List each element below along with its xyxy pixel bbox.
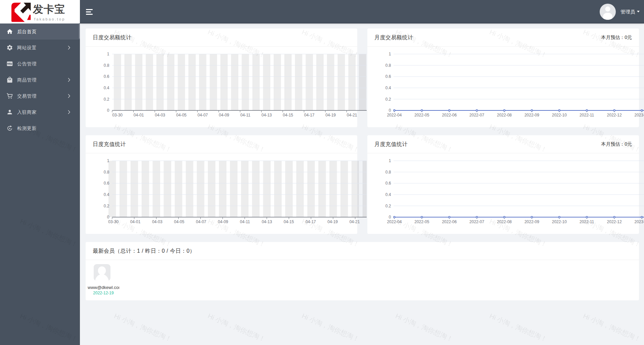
svg-text:04-05: 04-05 [174,219,184,224]
svg-text:2022-07: 2022-07 [469,113,484,117]
svg-text:0.2: 0.2 [385,204,391,208]
svg-text:0.6: 0.6 [385,74,391,79]
svg-text:03-30: 03-30 [108,219,119,224]
svg-text:1: 1 [389,52,391,56]
svg-text:04-21: 04-21 [350,219,360,224]
svg-text:04-09: 04-09 [219,113,229,117]
svg-text:0.4: 0.4 [385,192,391,197]
svg-text:0.8: 0.8 [385,63,391,68]
svg-text:0.4: 0.4 [385,86,391,90]
svg-text:0.6: 0.6 [104,74,109,79]
svg-text:04-13: 04-13 [262,113,272,117]
svg-text:04-09: 04-09 [218,219,228,224]
svg-text:04-11: 04-11 [240,219,250,224]
svg-text:04-17: 04-17 [304,113,315,117]
svg-text:2022-07: 2022-07 [469,219,484,224]
svg-text:2022-06: 2022-06 [442,219,457,224]
svg-text:04-15: 04-15 [284,219,294,224]
svg-text:04-03: 04-03 [152,219,163,224]
svg-text:0: 0 [389,108,391,113]
svg-text:2022-05: 2022-05 [414,113,429,117]
svg-text:04-15: 04-15 [283,113,293,117]
svg-text:04-03: 04-03 [155,113,165,117]
svg-text:0.6: 0.6 [385,181,391,186]
svg-text:2023-01: 2023-01 [634,219,644,224]
svg-text:0.2: 0.2 [104,97,109,102]
svg-text:04-01: 04-01 [134,113,144,117]
svg-text:2022-09: 2022-09 [524,219,539,224]
svg-text:0: 0 [389,215,391,219]
svg-text:2022-05: 2022-05 [414,219,429,224]
svg-text:04-01: 04-01 [130,219,141,224]
svg-text:04-21: 04-21 [347,113,357,117]
svg-text:04-07: 04-07 [196,219,206,224]
svg-text:03-30: 03-30 [112,113,123,117]
svg-text:0.2: 0.2 [104,204,109,208]
svg-text:2022-06: 2022-06 [442,113,457,117]
svg-text:0.4: 0.4 [104,86,109,90]
svg-text:0: 0 [107,108,109,113]
svg-text:2023-01: 2023-01 [634,113,644,117]
svg-text:2022-10: 2022-10 [552,219,567,224]
svg-text:0.6: 0.6 [104,181,109,186]
svg-text:0.8: 0.8 [104,63,109,68]
svg-text:2022-10: 2022-10 [552,113,567,117]
svg-text:2022-11: 2022-11 [580,219,594,224]
svg-text:0.8: 0.8 [104,170,109,175]
svg-text:04-19: 04-19 [325,113,336,117]
svg-text:1: 1 [107,52,109,56]
svg-text:1: 1 [107,158,109,163]
svg-text:04-13: 04-13 [262,219,272,224]
svg-text:2022-08: 2022-08 [497,113,512,117]
svg-text:04-05: 04-05 [176,113,187,117]
svg-text:0.2: 0.2 [385,97,391,102]
svg-text:04-17: 04-17 [306,219,316,224]
svg-text:2022-12: 2022-12 [607,219,622,224]
svg-text:2022-08: 2022-08 [497,219,512,224]
svg-text:0.8: 0.8 [385,170,391,175]
svg-text:2022-04: 2022-04 [387,113,402,117]
svg-text:04-19: 04-19 [327,219,338,224]
svg-text:2022-11: 2022-11 [580,113,594,117]
svg-text:0.4: 0.4 [104,192,109,197]
svg-text:1: 1 [389,158,391,163]
svg-text:2022-04: 2022-04 [387,219,402,224]
svg-text:04-07: 04-07 [197,113,208,117]
svg-text:04-11: 04-11 [240,113,250,117]
svg-text:2022-09: 2022-09 [524,113,539,117]
svg-text:0: 0 [107,215,109,219]
svg-text:2022-12: 2022-12 [607,113,622,117]
